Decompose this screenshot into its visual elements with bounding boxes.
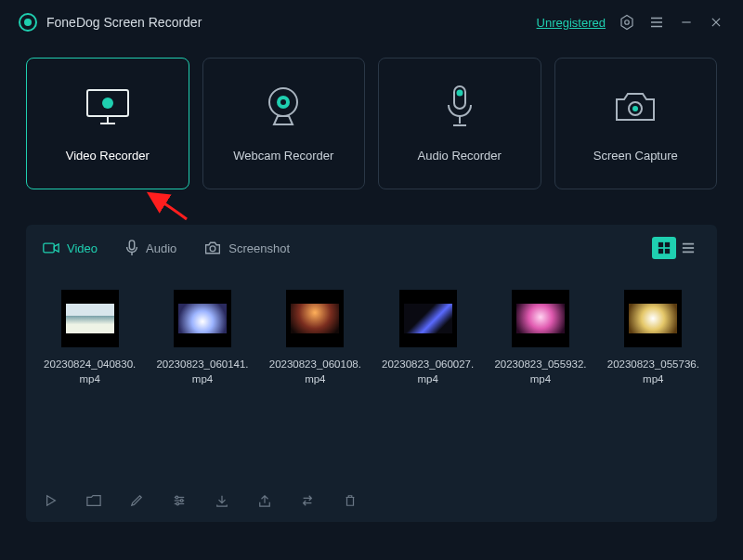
svg-marker-0 — [621, 16, 632, 30]
library-panel: Video Audio Screenshot 20230824_040830.m… — [26, 225, 717, 522]
view-list-icon[interactable] — [676, 237, 700, 259]
svg-rect-27 — [658, 249, 663, 254]
svg-point-24 — [210, 246, 215, 252]
minimize-icon[interactable] — [678, 14, 695, 31]
trash-icon[interactable] — [342, 492, 358, 509]
logo-icon — [19, 13, 37, 32]
menu-icon[interactable] — [648, 14, 665, 31]
mode-label: Audio Recorder — [418, 149, 502, 163]
file-name: 20230823_055736.mp4 — [606, 357, 700, 386]
file-name: 20230823_060141.mp4 — [155, 357, 249, 386]
file-item[interactable]: 20230823_055932.mp4 — [493, 290, 587, 386]
folder-icon[interactable] — [85, 492, 102, 509]
file-name: 20230824_040830.mp4 — [43, 357, 137, 386]
lib-tab-label: Screenshot — [228, 241, 290, 255]
svg-point-14 — [280, 99, 286, 105]
convert-icon[interactable] — [299, 492, 316, 509]
mode-selector: Video Recorder Webcam Recorder Audio Rec… — [0, 45, 743, 189]
close-icon[interactable] — [708, 14, 724, 31]
thumbnail — [399, 290, 457, 347]
file-grid: 20230824_040830.mp4 20230823_060141.mp4 … — [43, 271, 700, 479]
thumbnail — [512, 290, 569, 347]
microphone-icon — [443, 85, 476, 128]
share-icon[interactable] — [256, 492, 273, 509]
file-name: 20230823_060108.mp4 — [268, 357, 362, 386]
app-logo: FoneDog Screen Recorder — [19, 13, 202, 32]
mode-label: Screen Capture — [593, 149, 678, 163]
titlebar: FoneDog Screen Recorder Unregistered — [0, 0, 743, 45]
camera-icon — [611, 85, 659, 128]
mode-webcam-recorder[interactable]: Webcam Recorder — [202, 58, 366, 189]
settings-icon[interactable] — [619, 14, 635, 31]
svg-point-11 — [102, 98, 113, 109]
svg-point-16 — [456, 89, 463, 96]
file-item[interactable]: 20230823_060141.mp4 — [155, 290, 249, 386]
file-name: 20230823_055932.mp4 — [493, 357, 587, 386]
thumbnail — [624, 290, 682, 347]
sliders-icon[interactable] — [171, 492, 188, 509]
lib-tab-label: Audio — [146, 241, 176, 255]
mode-label: Webcam Recorder — [233, 149, 333, 163]
mode-video-recorder[interactable]: Video Recorder — [26, 58, 189, 189]
file-item[interactable]: 20230823_060027.mp4 — [381, 290, 475, 386]
file-item[interactable]: 20230823_060108.mp4 — [268, 290, 362, 386]
annotation-arrow-icon — [144, 191, 190, 223]
svg-rect-26 — [665, 242, 670, 247]
app-title: FoneDog Screen Recorder — [46, 15, 202, 30]
svg-point-37 — [176, 502, 179, 505]
library-toolbar — [43, 479, 700, 509]
mode-label: Video Recorder — [66, 149, 150, 163]
svg-point-20 — [632, 106, 638, 111]
svg-rect-25 — [658, 242, 663, 247]
view-grid-icon[interactable] — [652, 237, 676, 259]
svg-point-35 — [176, 496, 178, 499]
edit-icon[interactable] — [128, 492, 145, 509]
tab-audio[interactable]: Audio — [125, 240, 176, 256]
thumbnail — [286, 290, 344, 347]
monitor-icon — [82, 85, 134, 128]
file-item[interactable]: 20230824_040830.mp4 — [43, 290, 137, 386]
mode-screen-capture[interactable]: Screen Capture — [554, 58, 718, 189]
play-icon[interactable] — [43, 492, 59, 509]
file-item[interactable]: 20230823_055736.mp4 — [606, 290, 700, 386]
svg-point-36 — [180, 500, 183, 502]
svg-rect-28 — [665, 249, 670, 254]
mode-audio-recorder[interactable]: Audio Recorder — [378, 58, 541, 189]
webcam-icon — [261, 85, 306, 128]
library-tabs: Video Audio Screenshot — [43, 225, 700, 271]
thumbnail — [174, 290, 231, 347]
thumbnail — [61, 290, 119, 347]
lib-tab-label: Video — [67, 241, 98, 255]
unregistered-link[interactable]: Unregistered — [537, 16, 606, 30]
download-icon[interactable] — [214, 492, 230, 509]
file-name: 20230823_060027.mp4 — [381, 357, 475, 386]
svg-point-1 — [625, 20, 630, 25]
tab-screenshot[interactable]: Screenshot — [204, 241, 290, 255]
svg-rect-22 — [129, 241, 134, 250]
svg-rect-21 — [44, 243, 54, 253]
tab-video[interactable]: Video — [43, 241, 98, 255]
